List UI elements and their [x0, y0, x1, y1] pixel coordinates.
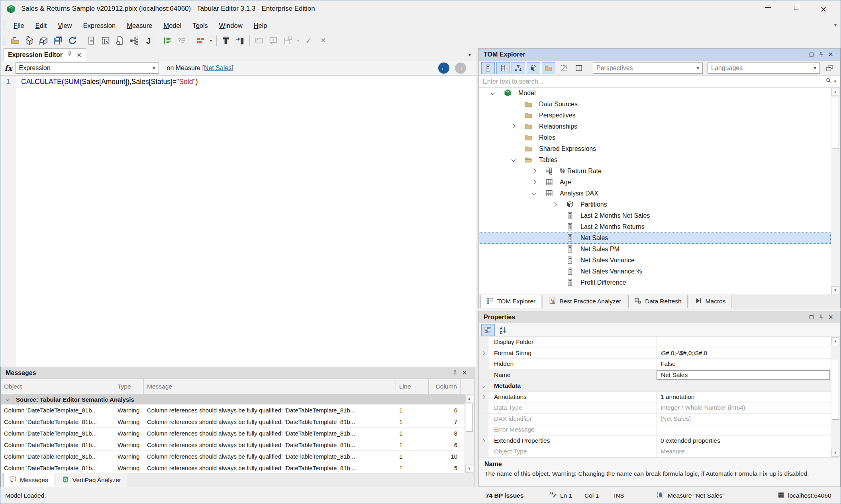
tree-item-relationships[interactable]: Relationships — [479, 121, 831, 132]
tree-item-shared-expressions[interactable]: Shared Expressions — [479, 143, 831, 154]
save-all-icon[interactable] — [51, 34, 65, 47]
filter-folders-button[interactable] — [542, 62, 555, 74]
close-icon[interactable]: × — [826, 313, 835, 322]
scroll-up-icon[interactable]: ▲ — [831, 88, 839, 96]
caret-down-icon[interactable]: ▾ — [208, 34, 214, 47]
pin-icon[interactable] — [67, 51, 73, 59]
languages-select[interactable]: Languages ▾ — [708, 63, 820, 74]
property-value[interactable] — [657, 337, 831, 348]
document-group-caret-icon[interactable]: ▾ — [469, 52, 471, 58]
column-header-object[interactable]: Object — [1, 379, 114, 394]
tree-item-net-sales-variance[interactable]: Net Sales Variance % — [479, 266, 831, 277]
tree-scrollbar[interactable]: ▲ ▼ — [831, 88, 840, 295]
tree-item-age[interactable]: Age — [479, 177, 831, 188]
property-value[interactable]: 0 extended properties — [657, 436, 831, 446]
property-row-object-type[interactable]: Object TypeMeasure — [479, 446, 831, 457]
chevron-expanded-icon[interactable] — [489, 89, 497, 97]
tab-messages[interactable]: Messages — [3, 473, 54, 487]
scroll-down-icon[interactable]: ▼ — [831, 449, 839, 457]
filter-hierarchies-button[interactable] — [512, 62, 525, 74]
dax-code-editor[interactable]: 1 CALCULATE(SUM(Sales[Amount]),Sales[Sta… — [0, 75, 476, 367]
restore-icon[interactable] — [807, 51, 816, 58]
tree-item-last-2-months-net-sales[interactable]: Last 2 Months Net Sales — [479, 210, 831, 221]
chevron-collapsed-icon[interactable] — [531, 178, 539, 186]
search-icon[interactable] — [825, 77, 834, 86]
close-tab-icon[interactable]: × — [77, 52, 82, 58]
tree-item-net-sales-pm[interactable]: Net Sales PM — [479, 244, 831, 255]
scroll-up-icon[interactable]: ▲ — [831, 337, 839, 345]
open-file-icon[interactable] — [8, 34, 22, 47]
model-import-icon[interactable] — [22, 34, 37, 47]
scrollbar-thumb[interactable] — [466, 404, 473, 432]
tab-vertipaq-analyzer[interactable]: VertiPaq Analyzer — [56, 473, 127, 487]
restore-icon[interactable] — [807, 314, 816, 320]
tree-item-tables[interactable]: Tables — [479, 154, 831, 166]
message-row[interactable]: Column 'DateTableTemplate_81b...WarningC… — [1, 462, 465, 473]
menu-edit[interactable]: Edit — [30, 19, 52, 32]
tree-item-net-sales-variance[interactable]: Net Sales Variance — [479, 255, 831, 266]
property-row-extended-properties[interactable]: Extended Properties0 extended properties — [479, 436, 831, 447]
navigate-forward-button[interactable]: → — [455, 63, 466, 74]
property-row-format-string[interactable]: Format String\$#,0;-\$#,0;\$#,0 — [479, 348, 831, 359]
filter-no-perspective-button[interactable] — [557, 62, 570, 74]
menu-tools[interactable]: Tools — [187, 19, 214, 32]
tab-tom-explorer[interactable]: TOM Explorer — [480, 295, 541, 308]
column-import-icon[interactable] — [219, 34, 233, 47]
menu-measure[interactable]: Measure — [121, 19, 158, 32]
column-header-line[interactable]: Line — [396, 379, 429, 394]
tree-item-profit-difference[interactable]: Profit Difference — [479, 277, 831, 288]
property-value[interactable]: \$#,0;-\$#,0;\$#,0 — [657, 348, 831, 359]
tab-best-practice-analyzer[interactable]: ABest Practice Analyzer — [543, 295, 627, 308]
pin-icon[interactable] — [450, 370, 460, 376]
message-row[interactable]: Column 'DateTableTemplate_81b...WarningC… — [1, 404, 465, 416]
property-row-data-type[interactable]: Data TypeInteger / Whole Number (int64) — [479, 402, 831, 414]
script-icon[interactable]: J — [141, 34, 156, 47]
tree-item-return-rate[interactable]: fx% Return Rate — [479, 166, 831, 177]
menu-model[interactable]: Model — [158, 19, 187, 32]
column-export-icon[interactable] — [233, 34, 247, 47]
tab-expression-editor[interactable]: Expression Editor × — [4, 48, 86, 61]
maximize-button[interactable] — [787, 4, 806, 16]
scrollbar-thumb[interactable] — [832, 98, 839, 149]
property-value[interactable]: Net Sales — [657, 370, 830, 380]
context-object-link[interactable]: [Net Sales] — [202, 64, 233, 71]
chevron-expanded-icon[interactable] — [531, 189, 539, 197]
messages-scrollbar[interactable]: ▲ ▼ — [465, 394, 474, 473]
filter-partitions-button[interactable] — [527, 62, 540, 74]
tree-item-data-sources[interactable]: Data Sources — [479, 99, 831, 110]
minimize-button[interactable] — [759, 4, 777, 16]
refresh-icon[interactable] — [65, 34, 80, 47]
tree-item-net-sales[interactable]: Net Sales — [479, 232, 831, 244]
menu-file[interactable]: File — [8, 19, 30, 32]
property-row-name[interactable]: NameNet Sales — [479, 370, 831, 381]
tree-item-last-2-months-returns[interactable]: Last 2 Months Returns — [479, 221, 831, 232]
property-row-metadata[interactable]: Metadata — [479, 381, 831, 392]
model-save-icon[interactable] — [37, 34, 51, 47]
chevron-expanded-icon[interactable] — [510, 156, 518, 164]
chevron-collapsed-icon[interactable] — [551, 201, 559, 209]
message-row[interactable]: Column 'DateTableTemplate_81b...WarningC… — [1, 451, 465, 462]
menu-overflow-icon[interactable]: ▾ — [834, 22, 837, 28]
tab-data-refresh[interactable]: Data Refresh — [628, 295, 687, 308]
menu-window[interactable]: Window — [214, 19, 248, 32]
tree-item-analysis-dax[interactable]: Analysis DAX — [479, 188, 831, 199]
menu-help[interactable]: Help — [248, 19, 273, 32]
tree-item-partitions[interactable]: Partitions — [479, 199, 831, 210]
pin-icon[interactable] — [816, 51, 826, 58]
tree-item-roles[interactable]: Roles — [479, 132, 831, 143]
grid-view-icon[interactable] — [98, 34, 113, 47]
property-row-error-message[interactable]: Error Message — [479, 424, 831, 436]
bp-issues-badge[interactable]: 74 BP issues — [486, 487, 523, 504]
property-value[interactable]: 1 annotation — [657, 392, 831, 402]
scrollbar-thumb[interactable] — [832, 360, 839, 420]
chevron-collapsed-icon[interactable] — [480, 350, 488, 357]
navigate-back-button[interactable]: ← — [438, 63, 449, 74]
tree-item-perspectives[interactable]: Perspectives — [479, 110, 831, 121]
categorized-button[interactable] — [481, 324, 495, 336]
message-row[interactable]: Column 'DateTableTemplate_81b...WarningC… — [1, 439, 465, 451]
chevron-down-icon[interactable]: ▾ — [834, 79, 836, 84]
column-header-type[interactable]: Type — [114, 379, 144, 394]
search-input[interactable] — [479, 78, 825, 85]
close-icon[interactable]: × — [826, 50, 835, 59]
scroll-up-icon[interactable]: ▲ — [465, 395, 473, 402]
